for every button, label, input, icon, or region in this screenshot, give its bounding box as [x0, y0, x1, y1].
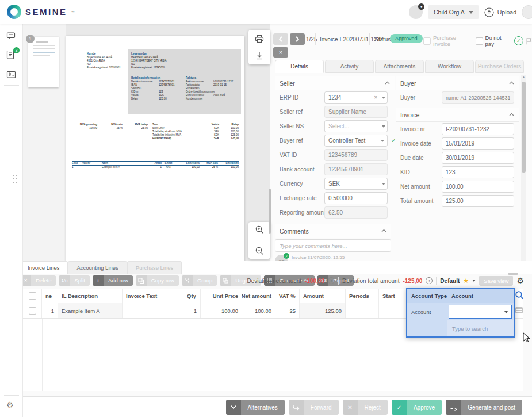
trademark-mark: ™ — [71, 10, 75, 14]
user-avatar[interactable]: ● — [409, 5, 423, 19]
settings-gear-icon[interactable]: ⚙ — [6, 401, 17, 411]
upload-button[interactable]: Upload — [484, 7, 516, 17]
ungroup-icon — [220, 275, 231, 286]
zoom-controls — [248, 222, 270, 259]
vat-id-field — [324, 149, 388, 161]
info-icon[interactable]: ! — [328, 277, 335, 284]
popup-row-label: Account — [407, 303, 447, 320]
previous-invoice-button[interactable] — [273, 33, 288, 45]
zoom-out-icon[interactable] — [255, 246, 265, 256]
status-badge: Approved — [390, 34, 423, 43]
generate-and-post-button[interactable]: Generate and post — [446, 400, 522, 415]
alternatives-button[interactable]: Alternatives — [226, 400, 285, 415]
view-selector[interactable]: Default — [440, 278, 460, 284]
zoom-in-icon[interactable] — [255, 225, 265, 235]
org-selector[interactable]: Child Org A — [428, 5, 479, 19]
buyer-ref-field[interactable] — [324, 135, 388, 147]
tab-details[interactable]: Details — [275, 60, 324, 73]
tab-invoice-lines[interactable]: Invoice Lines — [19, 261, 68, 274]
collapse-chevron-icon[interactable] — [509, 81, 514, 86]
flag-icon[interactable] — [526, 37, 532, 45]
comments-nav-icon[interactable] — [6, 32, 17, 42]
popup-col-account-type: Account Type — [407, 289, 447, 303]
secondary-avatar[interactable] — [522, 5, 532, 19]
collapse-chevron-icon[interactable] — [509, 112, 514, 117]
currency-field[interactable] — [324, 178, 388, 190]
purchase-invoice-label: Purchase Invoice — [433, 35, 470, 47]
page-thumbnail[interactable]: 1 — [28, 37, 59, 87]
seller-section: Seller ERP ID✕ Seller ref Seller NS Buye… — [275, 76, 395, 220]
invoice-section-title: Invoice — [400, 112, 419, 118]
table-settings-gear-icon[interactable]: ⚙ — [516, 277, 524, 285]
deviation-net-value: -100,00 — [305, 278, 324, 284]
document-preview: 1 Kunde Buyer Name AS ÆØÅ 4321 City ÆØÅ … — [23, 24, 270, 261]
tab-workflow[interactable]: Workflow — [425, 60, 474, 73]
semine-logo-icon — [7, 5, 21, 19]
deviation-total-label: Deviation total amount — [342, 278, 400, 284]
due-date-field[interactable] — [442, 152, 514, 164]
comment-input[interactable] — [275, 239, 391, 252]
download-icon[interactable] — [255, 51, 264, 60]
chevron-down-icon[interactable] — [382, 125, 385, 128]
chevron-down-icon — [226, 400, 241, 415]
details-scrollbar[interactable]: ▲ ▼ — [521, 75, 526, 266]
tasks-nav-icon[interactable]: 3 — [6, 50, 17, 60]
org-selector-label: Child Org A — [434, 9, 465, 16]
scrollbar-thumb[interactable] — [522, 82, 526, 173]
next-invoice-button[interactable] — [290, 33, 305, 45]
collapse-chevron-icon[interactable] — [381, 228, 386, 234]
buyer-field — [442, 91, 514, 104]
table-search-icon[interactable] — [515, 290, 525, 300]
tab-accounting-lines[interactable]: Accounting Lines — [68, 261, 127, 274]
clear-icon[interactable]: ✕ — [374, 95, 378, 100]
page-number-badge: 1 — [26, 35, 35, 43]
chevron-down-icon[interactable] — [381, 140, 384, 142]
do-not-pay-checkbox[interactable] — [476, 37, 483, 45]
forward-arrow-icon — [289, 400, 304, 415]
preview-scrollbar[interactable] — [269, 189, 271, 234]
net-amount-field[interactable] — [442, 181, 514, 193]
brand-name: SEMINE — [25, 7, 67, 17]
account-dropdown[interactable] — [449, 305, 512, 319]
doc-supplier-title: Leverandør — [131, 52, 200, 56]
chevron-down-icon[interactable] — [382, 97, 385, 99]
add-row-button[interactable]: +Add row — [93, 275, 133, 286]
tab-purchase-orders: Purchase Orders — [475, 60, 524, 73]
tab-purchase-lines: Purchase Lines — [127, 261, 182, 274]
delete-row-button: ✕Delete — [20, 275, 56, 286]
collapse-chevron-icon[interactable] — [385, 81, 390, 86]
reject-button: ✕Reject — [343, 400, 388, 415]
seller-ns-field[interactable] — [324, 120, 388, 132]
row-comment-icon[interactable] — [515, 307, 523, 313]
panel-resize-handle[interactable] — [13, 175, 18, 184]
erp-id-field[interactable] — [324, 91, 388, 104]
total-amount-field[interactable] — [442, 195, 514, 207]
invoice-date-field[interactable] — [442, 137, 514, 150]
print-icon[interactable] — [254, 34, 265, 44]
close-invoice-button[interactable]: × — [273, 47, 288, 58]
chevron-down-icon[interactable] — [472, 280, 476, 282]
invoice-nr-field[interactable] — [442, 123, 514, 135]
account-popup: Account Type Account Account Type to sea… — [406, 288, 515, 338]
app-root: SEMINE ™ ● Child Org A Upload 3 — [0, 0, 532, 417]
row-checkbox[interactable] — [29, 307, 36, 315]
approve-button[interactable]: ✓Approve — [392, 400, 442, 415]
reporting-amount-field — [324, 206, 388, 219]
group-rows-button: Group — [182, 275, 217, 286]
deviation-total-value: -125,00 — [403, 278, 422, 284]
star-icon[interactable]: ★ — [463, 277, 469, 285]
plus-icon: + — [93, 275, 104, 286]
tab-attachments[interactable]: Attachments — [375, 60, 424, 73]
tab-activity[interactable]: Activity — [325, 60, 374, 73]
select-all-checkbox[interactable] — [29, 292, 36, 300]
kid-field[interactable] — [442, 166, 514, 178]
exchange-rate-field[interactable] — [324, 192, 388, 204]
split-row-button: 1/nSplit — [59, 275, 89, 286]
purchase-invoice-checkbox[interactable] — [423, 37, 431, 45]
preview-toolbar — [248, 30, 270, 64]
info-icon[interactable]: ! — [426, 277, 433, 284]
upload-label: Upload — [497, 9, 516, 16]
chevron-down-icon[interactable] — [382, 183, 385, 185]
buyer-invoice-column: Buyer Buyer Invoice Invoice nr Invoice d… — [396, 76, 519, 208]
contacts-nav-icon[interactable] — [6, 70, 17, 81]
